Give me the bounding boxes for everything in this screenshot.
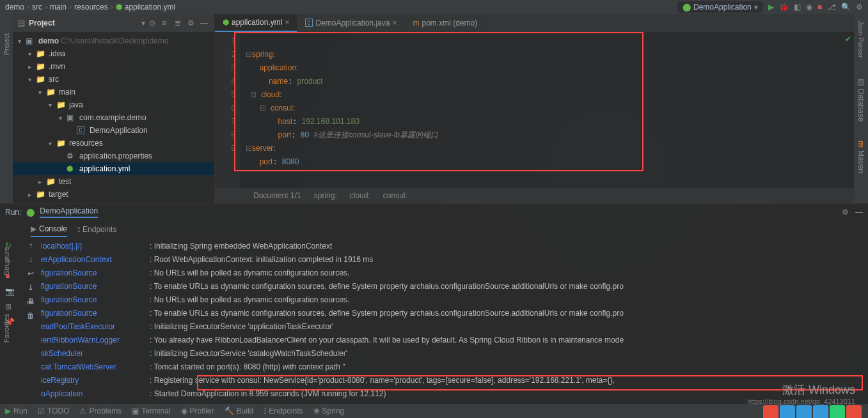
run-tab[interactable]: ⟟Endpoints	[77, 222, 116, 236]
crumb[interactable]: consul:	[383, 191, 407, 200]
run-hide-icon[interactable]: —	[855, 208, 863, 217]
console-output[interactable]: localhost].[/] : Initializing Spring emb…	[41, 238, 868, 404]
settings-icon[interactable]: ⚙	[856, 3, 863, 12]
tree-item[interactable]: ▾📁java	[13, 98, 214, 111]
console-line: eadPoolTaskExecutor : Initializing Execu…	[41, 320, 868, 334]
console-line: figurationSource : To enable URLs as dyn…	[41, 307, 868, 320]
coverage-icon[interactable]: ◧	[794, 3, 801, 12]
expand-all-icon[interactable]: ≡	[162, 19, 171, 27]
tree-item[interactable]: ▸📁.mvn	[13, 60, 214, 73]
project-tool-button[interactable]: Project	[3, 33, 10, 55]
watermark: 激活 Windows https://blog.csdn.net/qq_4241…	[747, 382, 855, 405]
layout-icon[interactable]: ⊞	[5, 302, 15, 313]
run-settings-icon[interactable]: ⚙	[842, 208, 849, 217]
tree-item[interactable]: ▾📁.idea	[13, 47, 214, 60]
soft-wrap-icon[interactable]: ↩	[28, 269, 34, 278]
editor-gutter: 123456789	[215, 32, 241, 188]
run-panel-config[interactable]: DemoApplication	[40, 206, 98, 218]
maven-button[interactable]: mMaven	[856, 141, 865, 173]
console-line: oApplication : Started DemoApplication i…	[41, 387, 868, 401]
editor-tab[interactable]: mpom.xml (demo)	[405, 14, 485, 32]
tree-root-path: C:\Users\lhstack\Desktop\demo	[61, 36, 168, 45]
git-icon[interactable]: ⎇	[827, 3, 836, 12]
print-icon[interactable]: 🖶	[27, 297, 35, 306]
tree-item[interactable]: ▾▣com.example.demo	[13, 111, 214, 124]
top-nav-bar: demo› src› main› resources› ⬢ applicatio…	[0, 0, 868, 14]
run-config-label: DemoApplication	[693, 3, 752, 12]
tree-item[interactable]: ⚙application.properties	[13, 150, 214, 162]
editor-content[interactable]: ✔ 123456789 ⊟spring: application: name: …	[215, 32, 854, 188]
editor-breadcrumb: Document 1/1 spring: cloud: consul:	[215, 188, 854, 203]
terminal-tool-button[interactable]: ▣ Terminal	[132, 406, 170, 415]
run-tab[interactable]: ▶Console	[31, 222, 67, 237]
search-icon[interactable]: 🔍	[841, 3, 851, 12]
endpoints-tool-button[interactable]: ⟟ Endpoints	[264, 406, 303, 415]
clear-icon[interactable]: 🗑	[27, 311, 35, 320]
editor-tab[interactable]: 🄲DemoApplication.java×	[297, 14, 405, 32]
profiler-icon[interactable]: ◉	[806, 3, 812, 12]
run-panel: Run: ⬤ DemoApplication ⚙ — ▶Console⟟Endp…	[0, 203, 868, 404]
crumb[interactable]: resources	[74, 3, 108, 12]
code-area[interactable]: ⊟spring: application: name: product ⊟ cl…	[241, 32, 854, 188]
crumb[interactable]: cloud:	[350, 191, 370, 200]
crumb[interactable]: src	[32, 3, 42, 12]
bottom-tool-bar: ▶Run ☑ TODO ⚠ Problems ▣ Terminal ◉ Prof…	[0, 404, 868, 418]
run-toolbar-right: ↑ ↓ ↩ ⤓ 🖶 🗑	[20, 238, 41, 404]
stop-icon[interactable]: ■	[817, 3, 822, 12]
tree-item[interactable]: ▾📁main	[13, 86, 214, 98]
collapse-all-icon[interactable]: ≣	[175, 19, 184, 27]
taskbar-icons	[763, 405, 862, 418]
todo-tool-button[interactable]: ☑ TODO	[38, 406, 69, 415]
json-parser-button[interactable]: Json Parser	[857, 20, 865, 58]
editor-area: ⬢application.yml×🄲DemoApplication.java×m…	[215, 14, 854, 203]
down-icon[interactable]: ↓	[29, 255, 33, 264]
crumb[interactable]: demo	[5, 3, 24, 12]
tree-root-name: demo	[38, 36, 59, 45]
console-line: figurationSource : No URLs will be polle…	[41, 293, 868, 307]
profiler-tool-button[interactable]: ◉ Profiler	[181, 406, 214, 415]
inspection-ok-icon[interactable]: ✔	[845, 35, 851, 43]
database-button[interactable]: ▤Database	[856, 77, 865, 121]
dump-threads-icon[interactable]: 📷	[5, 287, 15, 297]
problems-tool-button[interactable]: ⚠ Problems	[79, 406, 122, 415]
project-panel: ▤ Project ▾ ⊙ ≡ ≣ ⚙ — ▾▣ demo C:\Users\l…	[13, 14, 215, 203]
build-tool-button[interactable]: 🔨 Build	[225, 406, 254, 415]
right-tool-strip: Json Parser ▤Database mMaven	[854, 14, 868, 203]
left-tool-strip: Project Structure Favorites	[0, 14, 13, 203]
up-icon[interactable]: ↑	[29, 241, 33, 250]
tree-item[interactable]: ▾📁src	[13, 73, 214, 86]
structure-tool-button[interactable]: Structure	[3, 247, 10, 275]
console-line: skScheduler : Initializing ExecutorServi…	[41, 347, 868, 360]
console-line: cat.TomcatWebServer : Tomcat started on …	[41, 360, 868, 374]
breadcrumb: demo› src› main› resources› ⬢ applicatio…	[5, 3, 175, 12]
tree-item[interactable]: ▸📁test	[13, 175, 214, 188]
run-tool-button[interactable]: ▶Run	[5, 406, 28, 415]
console-line: erApplicationContext : Root WebApplicati…	[41, 253, 868, 267]
tree-root[interactable]: ▾▣ demo C:\Users\lhstack\Desktop\demo	[13, 35, 214, 47]
run-config-selector[interactable]: ⬤ DemoApplication ▾	[677, 1, 763, 13]
settings-icon[interactable]: ⚙	[187, 19, 196, 27]
scroll-end-icon[interactable]: ⤓	[28, 283, 34, 292]
editor-tab[interactable]: ⬢application.yml×	[215, 14, 297, 32]
hide-icon[interactable]: —	[200, 19, 209, 27]
tree-item[interactable]: 🄲DemoApplication	[13, 124, 214, 137]
console-line: localhost].[/] : Initializing Spring emb…	[41, 240, 868, 253]
console-line: ientRibbonWarnLogger : You already have …	[41, 334, 868, 347]
console-line: iceRegistry : Registering service with c…	[41, 374, 868, 387]
crumb[interactable]: main	[50, 3, 67, 12]
run-icon[interactable]: ▶	[768, 3, 774, 12]
project-panel-title: Project	[29, 19, 138, 27]
debug-icon[interactable]: 🐞	[779, 3, 789, 12]
run-panel-label: Run:	[5, 208, 21, 217]
select-opened-icon[interactable]: ⊙	[149, 19, 158, 27]
crumb[interactable]: spring:	[314, 191, 337, 200]
tree-item[interactable]: ▾📁resources	[13, 137, 214, 150]
tree-item[interactable]: ▸📁target	[13, 188, 214, 201]
favorites-tool-button[interactable]: Favorites	[3, 314, 10, 343]
doc-position: Document 1/1	[253, 191, 301, 200]
editor-tabs: ⬢application.yml×🄲DemoApplication.java×m…	[215, 14, 854, 32]
tree-item[interactable]: ⬢application.yml	[13, 162, 214, 175]
project-tree[interactable]: ▾▣ demo C:\Users\lhstack\Desktop\demo ▾📁…	[13, 32, 214, 203]
spring-tool-button[interactable]: ❀ Spring	[313, 406, 345, 415]
crumb[interactable]: application.yml	[125, 3, 175, 12]
